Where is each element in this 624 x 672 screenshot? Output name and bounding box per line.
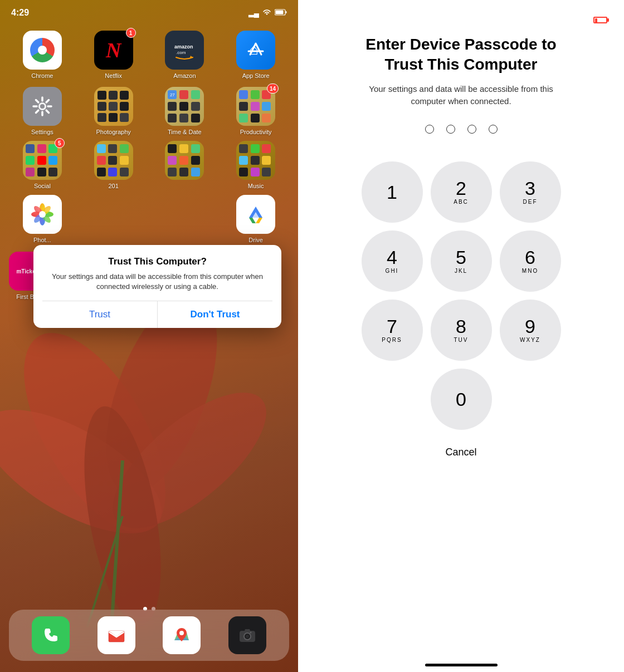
numpad-2-digit: 2 [456, 179, 466, 198]
app-drive-label: Drive [248, 237, 263, 243]
dock-gmail[interactable] [98, 616, 135, 654]
svg-line-19 [36, 100, 38, 102]
svg-marker-33 [249, 218, 256, 223]
numpad-8-digit: 8 [456, 317, 466, 336]
app-grid: Chrome N 1 Netflix amazon .com Amazon [0, 25, 298, 141]
app-netflix[interactable]: N 1 Netflix [80, 31, 147, 79]
app-photos[interactable]: Phot... [9, 195, 76, 243]
app-productivity[interactable]: 14 Productivity [222, 87, 289, 135]
trust-button[interactable]: Trust [42, 301, 158, 328]
numpad-0-digit: 0 [456, 390, 466, 409]
numpad-4-letters: GHI [386, 268, 399, 274]
camera-icon [237, 625, 257, 645]
trust-dialog-title: Trust This Computer? [42, 256, 272, 267]
app-chrome[interactable]: Chrome [9, 31, 76, 79]
dock [9, 610, 289, 661]
status-icons: ▂▄ [248, 9, 287, 17]
svg-text:amazon: amazon [174, 44, 193, 50]
dock-maps[interactable] [163, 616, 201, 654]
numpad-6-letters: MNO [522, 268, 538, 274]
cancel-button[interactable]: Cancel [445, 447, 476, 458]
numpad-5-letters: JKL [455, 268, 467, 274]
dock-phone[interactable] [32, 616, 70, 654]
svg-marker-34 [256, 218, 262, 223]
numpad-3[interactable]: 3 DEF [500, 161, 561, 223]
battery-red-indicator [593, 17, 607, 23]
numpad-2-letters: ABC [454, 199, 469, 205]
phone-screen: 4:29 ▂▄ Chrome N 1 [0, 0, 298, 672]
numpad-7[interactable]: 7 PQRS [362, 300, 423, 361]
svg-line-22 [36, 110, 38, 112]
phone-icon [41, 625, 61, 645]
numpad-3-letters: DEF [523, 199, 538, 205]
netflix-badge: 1 [126, 28, 136, 38]
app-settings[interactable]: Settings [9, 87, 76, 135]
app-settings-label: Settings [31, 129, 53, 135]
app-photography-label: Photography [96, 129, 130, 135]
app-grid-row4: Phot... Drive [0, 195, 298, 249]
numpad-2[interactable]: 2 ABC [431, 161, 492, 223]
settings-icon-svg [31, 95, 53, 117]
numpad-6-digit: 6 [525, 248, 535, 267]
app-grid-row3: 5 Social 201 [0, 141, 298, 195]
trust-dialog-buttons: Trust Don't Trust [42, 301, 272, 328]
app-utilities[interactable] [152, 141, 218, 189]
svg-text:.com: .com [176, 50, 186, 55]
numpad-0[interactable]: 0 [431, 369, 492, 430]
app-productivity-label: Productivity [240, 129, 272, 135]
numpad-4-digit: 4 [387, 248, 397, 267]
amazon-icon-svg: amazon .com [172, 37, 197, 63]
app-photos-label: Phot... [33, 237, 51, 243]
home-indicator [425, 664, 498, 666]
status-time: 4:29 [11, 8, 29, 18]
numpad-7-digit: 7 [387, 317, 397, 336]
svg-line-20 [46, 110, 48, 112]
numpad-6[interactable]: 6 MNO [500, 230, 561, 292]
photos-icon-svg [30, 202, 55, 227]
app-appstore-label: App Store [242, 72, 270, 79]
numpad-5[interactable]: 5 JKL [431, 230, 492, 292]
numpad-4[interactable]: 4 GHI [362, 230, 423, 292]
signal-icon: ▂▄ [248, 9, 259, 17]
passcode-dot-1 [425, 125, 434, 134]
numpad-5-digit: 5 [456, 248, 466, 267]
gdrive-icon-svg [245, 203, 267, 225]
app-music[interactable]: Music [222, 141, 289, 189]
passcode-subtitle: Your settings and data will be accessibl… [367, 83, 556, 108]
maps-icon [171, 625, 192, 646]
numpad-9[interactable]: 9 WXYZ [500, 300, 561, 361]
numpad-9-letters: WXYZ [520, 337, 540, 343]
app-201[interactable]: 201 [80, 141, 147, 189]
app-music-label: Music [248, 183, 264, 189]
appstore-icon-svg: ⌂ [245, 39, 267, 61]
numpad-1[interactable]: 1 [362, 161, 423, 223]
app-social[interactable]: 5 Social [9, 141, 76, 189]
numpad-3-digit: 3 [525, 179, 535, 198]
numpad: 1 2 ABC 3 DEF 4 GHI 5 JKL 6 MNO 7 PQRS [362, 161, 561, 430]
app-photography[interactable]: Photography [80, 87, 147, 135]
svg-rect-8 [276, 10, 284, 14]
numpad-1-digit: 1 [387, 183, 397, 202]
app-social-label: Social [34, 183, 51, 189]
passcode-title: Enter Device Passcode to Trust This Comp… [355, 35, 567, 75]
svg-line-21 [46, 100, 48, 102]
passcode-screen: Enter Device Passcode to Trust This Comp… [298, 0, 624, 672]
battery-icon [275, 9, 287, 17]
passcode-dot-4 [489, 125, 498, 134]
app-chrome-label: Chrome [31, 72, 53, 79]
status-bar: 4:29 ▂▄ [0, 0, 298, 22]
app-appstore[interactable]: ⌂ App Store [222, 31, 289, 79]
gmail-icon [106, 625, 126, 645]
numpad-8[interactable]: 8 TUV [431, 300, 492, 361]
app-drive[interactable]: Drive [222, 195, 289, 243]
trust-dialog: Trust This Computer? Your settings and d… [33, 245, 281, 328]
svg-point-44 [250, 632, 252, 634]
dock-camera[interactable] [228, 616, 266, 654]
app-timedate[interactable]: 27 Time & Date [152, 87, 218, 135]
svg-point-39 [179, 631, 184, 635]
passcode-dots-row [425, 125, 498, 134]
dont-trust-button[interactable]: Don't Trust [158, 301, 272, 328]
svg-rect-9 [286, 11, 287, 13]
svg-point-43 [246, 635, 249, 638]
app-amazon[interactable]: amazon .com Amazon [152, 31, 218, 79]
